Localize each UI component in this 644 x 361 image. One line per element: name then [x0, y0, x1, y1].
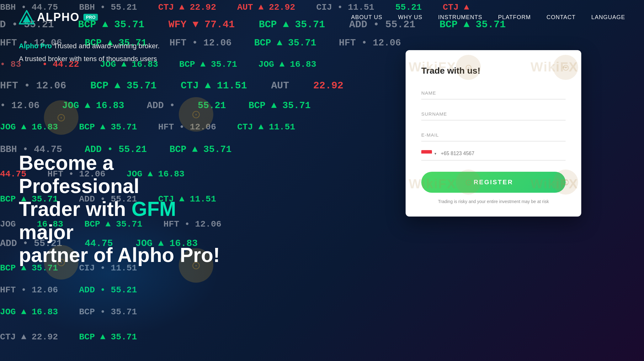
- register-button[interactable]: REGISTER: [421, 172, 566, 193]
- flag-top-half: [421, 150, 432, 154]
- email-field: [421, 129, 566, 141]
- nav-platform[interactable]: PLATFORM: [498, 14, 531, 21]
- logo: ALPHO PRO: [19, 10, 98, 24]
- form-title: Trade with us!: [421, 66, 566, 76]
- ticker-row-16: CTJ ▲ 22.92 BCP ▲ 35.71: [0, 332, 153, 342]
- email-input[interactable]: [421, 129, 566, 141]
- country-selector[interactable]: ▼: [421, 150, 437, 157]
- nav-links: ABOUT US WHY US INSTRUMENTS PLATFORM CON…: [351, 14, 625, 21]
- flag-singapore: [421, 150, 432, 157]
- hero-line2: Trader with GFM major: [19, 198, 232, 244]
- name-field: [421, 87, 566, 99]
- hero-subtitle-end: Trusted and award-winning broker.: [54, 42, 160, 50]
- nav-about-us[interactable]: ABOUT US: [351, 14, 382, 21]
- hero-line2-start: Trader with: [19, 198, 131, 220]
- hero-line2-green: GFM: [131, 198, 176, 220]
- ticker-row-14: HFT • 12.06 ADD • 55.21: [0, 285, 153, 295]
- hero-main-text: Become a Professional Trader with GFM ma…: [19, 152, 232, 267]
- navbar: ALPHO PRO ABOUT US WHY US INSTRUMENTS PL…: [0, 0, 644, 34]
- risk-disclaimer: Trading is risky and your entire investm…: [421, 199, 566, 204]
- hero-section: Alpho Pro Trusted and award-winning brok…: [19, 41, 232, 267]
- hero-brand-name: Alpho Pro: [19, 42, 52, 50]
- hero-line3: partner of Alpho Pro!: [19, 244, 232, 267]
- surname-input[interactable]: [421, 108, 566, 120]
- hero-line1: Become a Professional: [19, 152, 232, 198]
- form-panel: WikiFX WikiFX WikiFX WikiFX ⊙ ⊙ ⊙ ⊙ Trad…: [406, 50, 581, 217]
- phone-row: ▼: [421, 150, 566, 160]
- flag-bottom-half: [421, 154, 432, 157]
- logo-text: ALPHO: [37, 11, 80, 24]
- logo-icon: [19, 10, 35, 24]
- hero-subtitle-2: A trusted broker with tens of thousands …: [19, 54, 232, 64]
- nav-contact[interactable]: CONTACT: [546, 14, 576, 21]
- nav-language[interactable]: LANGUAGE: [591, 14, 625, 21]
- hero-subtitle: Alpho Pro Trusted and award-winning brok…: [19, 41, 232, 51]
- nav-instruments[interactable]: INSTRUMENTS: [438, 14, 482, 21]
- surname-field: [421, 108, 566, 120]
- ticker-row-15: JOG ▲ 16.83 BCP • 35.71: [0, 307, 153, 317]
- phone-input[interactable]: [441, 151, 566, 156]
- nav-why-us[interactable]: WHY US: [398, 14, 423, 21]
- name-input[interactable]: [421, 87, 566, 99]
- flag-chevron-icon: ▼: [434, 152, 437, 155]
- logo-pro-badge: PRO: [83, 14, 98, 21]
- hero-line2-end: major: [19, 221, 73, 243]
